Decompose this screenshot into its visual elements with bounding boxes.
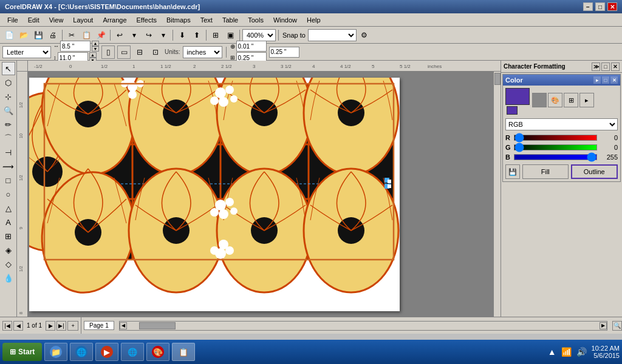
nudge-input[interactable] — [236, 41, 267, 52]
blue-slider[interactable] — [514, 154, 597, 160]
last-page-button[interactable]: ▶| — [56, 321, 66, 331]
landscape-button[interactable]: ▭ — [117, 46, 131, 59]
scroll-left-button[interactable]: ◀ — [120, 322, 127, 329]
page-border-button[interactable]: ⊡ — [149, 46, 162, 59]
panel-close-button[interactable]: ✕ — [611, 62, 620, 71]
width-down[interactable]: ▼ — [92, 46, 99, 52]
undo-list-button[interactable]: ▾ — [128, 29, 141, 42]
green-slider[interactable] — [514, 144, 597, 150]
start-button[interactable]: ⊞ Start — [2, 343, 42, 361]
color-picker-button[interactable]: 🎨 — [548, 93, 562, 107]
minimize-button[interactable]: − — [583, 2, 593, 11]
ellipse-tool[interactable]: ○ — [2, 187, 15, 201]
menu-table[interactable]: Table — [217, 15, 243, 25]
systray-volume[interactable]: 🔊 — [576, 347, 587, 357]
more-options-button[interactable]: ▸ — [579, 93, 594, 107]
dimension-tool[interactable]: ⊣ — [2, 146, 15, 159]
fill-tool[interactable]: ◈ — [2, 243, 15, 257]
first-page-button[interactable]: |◀ — [2, 321, 12, 331]
menu-arrange[interactable]: Arrange — [98, 15, 131, 25]
scroll-right-button[interactable]: ▶ — [600, 322, 607, 329]
horizontal-scrollbar[interactable]: ◀ ▶ — [119, 321, 607, 331]
undo-button[interactable]: ↩ — [113, 29, 126, 42]
save-color-button[interactable]: 💾 — [505, 164, 520, 179]
taskbar-chrome[interactable]: 🌐 — [121, 343, 144, 361]
color-panel-close[interactable]: ✕ — [610, 76, 618, 84]
copy-button[interactable]: 📋 — [80, 29, 93, 42]
taskbar-ie[interactable]: 🌐 — [70, 343, 93, 361]
view2-button[interactable]: ▣ — [224, 29, 237, 42]
snap-settings-button[interactable]: ⚙ — [358, 29, 371, 42]
menu-tools[interactable]: Tools — [243, 15, 268, 25]
prev-page-button[interactable]: ◀ — [13, 321, 23, 331]
outline-button[interactable]: Outline — [571, 164, 618, 179]
color-panel-expand[interactable]: □ — [602, 76, 609, 84]
save-button[interactable]: 💾 — [32, 29, 45, 42]
new-button[interactable]: 📄 — [2, 29, 16, 42]
menu-file[interactable]: File — [2, 15, 23, 25]
shape-tool[interactable]: ⬡ — [2, 76, 15, 89]
zoom-select[interactable]: 400% — [242, 29, 276, 41]
fill-button[interactable]: Fill — [522, 164, 569, 179]
select-tool[interactable]: ↖ — [2, 62, 15, 75]
rectangle-tool[interactable]: □ — [2, 174, 15, 187]
scroll-thumb-h[interactable] — [139, 322, 176, 329]
cut-button[interactable]: ✂ — [65, 29, 78, 42]
color-options-button[interactable]: ⊞ — [564, 93, 578, 107]
menu-bitmaps[interactable]: Bitmaps — [162, 15, 196, 25]
systray-arrow[interactable]: ▲ — [548, 347, 556, 357]
eyedropper-tool[interactable]: 💧 — [2, 271, 15, 285]
width-up[interactable]: ▲ — [92, 41, 99, 46]
outline-tool[interactable]: ◇ — [2, 257, 15, 271]
smart-draw-tool[interactable]: ⌒ — [2, 132, 15, 145]
vertical-scrollbar[interactable] — [493, 72, 501, 317]
taskbar-corel[interactable]: 🎨 — [146, 343, 169, 361]
taskbar-explorer[interactable]: 📁 — [44, 343, 67, 361]
width-input[interactable] — [60, 41, 91, 52]
crop-tool[interactable]: ⊹ — [2, 90, 15, 103]
menu-edit[interactable]: Edit — [23, 15, 44, 25]
polygon-tool[interactable]: △ — [2, 201, 15, 215]
color-mode-select[interactable]: RGB — [505, 118, 618, 130]
redo-button[interactable]: ↪ — [142, 29, 156, 42]
redo-list-button[interactable]: ▾ — [157, 29, 170, 42]
canvas-container[interactable]: -1/2 0 1/2 1 1 1/2 2 2 1/2 3 3 1/2 4 4 1… — [17, 61, 501, 317]
close-button[interactable]: ✕ — [607, 2, 617, 11]
page-tab[interactable]: Page 1 — [84, 321, 114, 330]
color-panel-options[interactable]: ▸ — [593, 76, 601, 84]
panel-expand-button[interactable]: □ — [601, 62, 610, 71]
systray-network[interactable]: 📶 — [561, 347, 572, 357]
table-tool[interactable]: ⊞ — [2, 229, 15, 243]
add-page-button[interactable]: + — [67, 321, 78, 331]
maximize-button[interactable]: □ — [595, 2, 605, 11]
import-button[interactable]: ⬇ — [176, 29, 189, 42]
height-up[interactable]: ▲ — [89, 52, 97, 58]
menu-view[interactable]: View — [44, 15, 69, 25]
interactive-tool[interactable]: ⟿ — [2, 160, 15, 173]
snap-select[interactable] — [308, 29, 357, 41]
y-pos-input[interactable] — [269, 47, 299, 58]
menu-effects[interactable]: Effects — [132, 15, 162, 25]
freehand-tool[interactable]: ✏ — [2, 118, 15, 131]
taskbar-media[interactable]: ▶ — [95, 343, 118, 361]
panel-options-button[interactable]: ≫ — [592, 62, 600, 71]
open-button[interactable]: 📂 — [17, 29, 30, 42]
grayscale-button[interactable] — [532, 93, 547, 107]
next-page-button[interactable]: ▶ — [46, 321, 55, 331]
print-button[interactable]: 🖨 — [46, 29, 60, 42]
zoom-tool[interactable]: 🔍 — [2, 104, 15, 117]
menu-window[interactable]: Window — [268, 15, 302, 25]
view1-button[interactable]: ⊞ — [209, 29, 222, 42]
clock[interactable]: 10:22 AM 5/6/2015 — [592, 345, 620, 359]
page-size-select[interactable]: Letter — [2, 46, 51, 58]
menu-text[interactable]: Text — [196, 15, 217, 25]
paste-button[interactable]: 📌 — [94, 29, 108, 42]
menu-layout[interactable]: Layout — [68, 15, 98, 25]
red-slider[interactable] — [514, 135, 597, 141]
export-button[interactable]: ⬆ — [190, 29, 203, 42]
taskbar-coreldraw-active[interactable]: 📋 — [172, 343, 195, 361]
text-tool[interactable]: A — [2, 215, 15, 229]
page-options-button[interactable]: ⊟ — [133, 46, 146, 59]
units-select[interactable]: inches — [183, 46, 222, 58]
menu-help[interactable]: Help — [302, 15, 326, 25]
